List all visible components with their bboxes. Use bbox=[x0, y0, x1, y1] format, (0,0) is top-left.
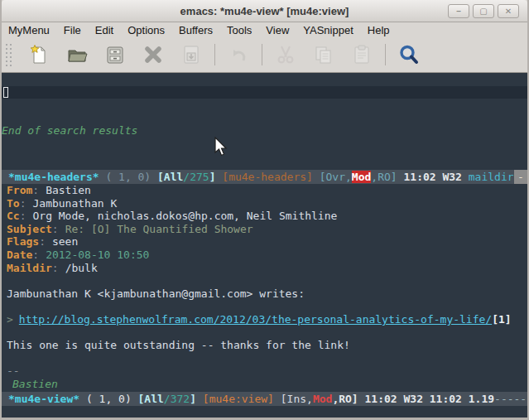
field-from: From:Bastien bbox=[7, 184, 527, 197]
major-mode[interactable]: [mu4e:view] bbox=[203, 393, 274, 405]
menu-tools[interactable]: Tools bbox=[227, 24, 252, 36]
message-row-selected[interactable]: 2012-08-10SBastien|Re: [O] The Quantifie… bbox=[2, 86, 527, 99]
window-title: emacs: *mu4e-view* [mu4e:view] bbox=[180, 5, 349, 17]
field-flags: Flags:seen bbox=[7, 235, 527, 249]
attribution-line: Jambunathan K <kjambunathan@gmail.com> w… bbox=[7, 287, 527, 301]
field-subject: Subject:Re: [O] The Quantified Shower bbox=[7, 223, 527, 236]
signature-separator: -- bbox=[7, 364, 527, 378]
close-buffer-icon bbox=[142, 44, 164, 65]
menu-buffers[interactable]: Buffers bbox=[179, 24, 213, 36]
menu-edit[interactable]: Edit bbox=[95, 24, 113, 36]
field-cc: Cc:Org Mode, nicholas.dokos@hp.com, Neil… bbox=[7, 210, 527, 223]
modified-flag[interactable]: Mod bbox=[313, 393, 332, 405]
undo-button[interactable] bbox=[226, 42, 251, 67]
close-buffer-button[interactable] bbox=[141, 42, 166, 67]
emacs-frame: ▼DateFlgsFrom/ToSubject 2012-08-10SBasti… bbox=[2, 73, 527, 418]
paste-icon bbox=[351, 44, 373, 65]
new-file-icon bbox=[28, 44, 50, 65]
new-file-button[interactable] bbox=[26, 42, 51, 67]
save-buffer-button[interactable] bbox=[179, 42, 204, 67]
window-controls: – ▢ ✕ bbox=[448, 4, 519, 18]
cursor-position: ( 1, 0) bbox=[105, 171, 151, 183]
tool-bar bbox=[2, 37, 527, 73]
buffer-name: *mu4e-view* bbox=[8, 393, 79, 405]
maximize-button[interactable]: ▢ bbox=[473, 4, 494, 18]
toolbar-separator bbox=[214, 44, 215, 65]
headers-column-row: ▼DateFlgsFrom/ToSubject bbox=[2, 73, 527, 86]
echo-area[interactable] bbox=[2, 406, 527, 418]
field-date: Date:2012-08-10 10:50 bbox=[7, 249, 527, 262]
paste-button[interactable] bbox=[349, 42, 374, 67]
end-of-search-results: End of search results bbox=[2, 124, 527, 138]
open-folder-icon bbox=[66, 44, 88, 65]
menu-help[interactable]: Help bbox=[368, 24, 390, 36]
title-bar: emacs: *mu4e-view* [mu4e:view] – ▢ ✕ bbox=[2, 0, 527, 22]
headers-mode-line[interactable]: *mu4e-headers* ( 1, 0) [All/275] [mu4e-h… bbox=[2, 170, 527, 184]
file-cabinet-icon bbox=[104, 44, 126, 65]
body-text-line: This one is quite outstanding -- thanks … bbox=[7, 339, 527, 352]
undo-icon bbox=[228, 44, 249, 65]
save-buffer-icon bbox=[180, 44, 202, 65]
emacs-window: emacs: *mu4e-view* [mu4e:view] – ▢ ✕ MyM… bbox=[0, 0, 529, 420]
close-button[interactable]: ✕ bbox=[498, 4, 519, 18]
quoted-link-line: >http://blog.stephenwolfram.com/2012/03/… bbox=[7, 313, 527, 326]
cursor-position: ( 1, 0) bbox=[86, 393, 132, 405]
cut-button[interactable] bbox=[273, 42, 298, 67]
cut-icon bbox=[275, 44, 296, 65]
minimize-button[interactable]: – bbox=[448, 4, 469, 18]
article-link[interactable]: http://blog.stephenwolfram.com/2012/03/t… bbox=[19, 313, 492, 326]
menu-bar: MyMenu File Edit Options Buffers Tools V… bbox=[2, 22, 527, 37]
view-mode-line[interactable]: *mu4e-view* ( 1, 0) [All/372] [mu4e:view… bbox=[2, 392, 527, 406]
major-mode[interactable]: [mu4e-headers] bbox=[222, 171, 313, 183]
field-to: To:Jambunathan K bbox=[7, 197, 527, 210]
menu-file[interactable]: File bbox=[64, 24, 81, 36]
menu-yasnippet[interactable]: YASnippet bbox=[303, 24, 353, 36]
mu4e-view-window: From:Bastien To:Jambunathan K Cc:Org Mod… bbox=[2, 184, 527, 392]
file-cabinet-button[interactable] bbox=[103, 42, 127, 67]
menu-options[interactable]: Options bbox=[127, 24, 165, 36]
mu4e-headers-window: ▼DateFlgsFrom/ToSubject 2012-08-10SBasti… bbox=[2, 73, 527, 170]
modeline-grip[interactable]: - bbox=[514, 170, 527, 184]
toolbar-separator bbox=[262, 44, 262, 65]
toolbar-separator bbox=[385, 44, 386, 65]
open-folder-button[interactable] bbox=[65, 42, 89, 67]
link-reference: [1] bbox=[492, 313, 511, 326]
modified-flag[interactable]: Mod bbox=[352, 171, 371, 183]
buffer-name: *mu4e-headers* bbox=[8, 171, 99, 183]
search-icon bbox=[398, 44, 420, 65]
field-maildir: Maildir:/bulk bbox=[7, 262, 527, 275]
signature-line: Bastien bbox=[7, 378, 527, 391]
copy-button[interactable] bbox=[311, 42, 336, 67]
copy-icon bbox=[313, 44, 334, 65]
menu-view[interactable]: View bbox=[266, 24, 289, 36]
hollow-cursor bbox=[3, 87, 8, 98]
menu-mymenu[interactable]: MyMenu bbox=[8, 24, 50, 36]
message-row[interactable]: 2012-08-10SLanoxx|Re: Compiling glib app… bbox=[2, 99, 527, 112]
message-row[interactable]: 2012-08-10SSuvayu Ali|Re: Emacs for emai… bbox=[2, 112, 527, 125]
time-and-position: 11:02 W32 11:02 1.19 bbox=[365, 393, 495, 405]
time-and-window: 11:02 W32 bbox=[403, 171, 461, 183]
toolbar-grip[interactable] bbox=[5, 43, 13, 66]
search-button[interactable] bbox=[397, 42, 421, 67]
